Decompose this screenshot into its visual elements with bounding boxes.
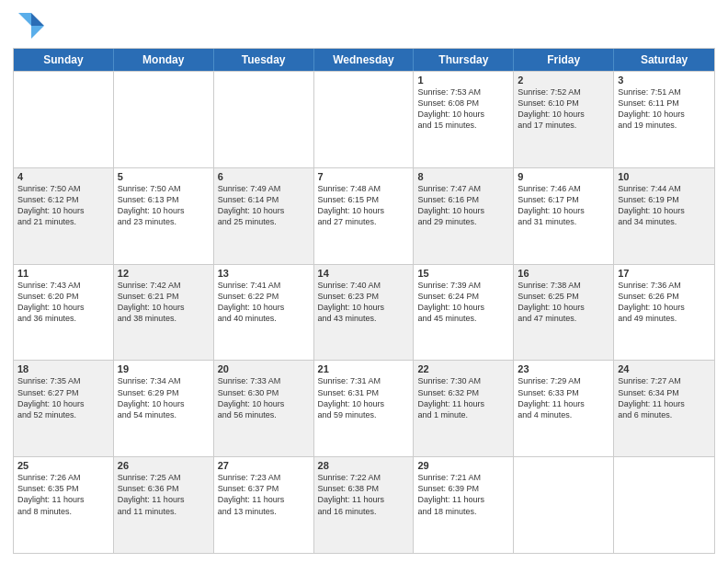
calendar-cell: 5Sunrise: 7:50 AM Sunset: 6:13 PM Daylig… bbox=[114, 168, 214, 264]
cell-text: Sunrise: 7:48 AM Sunset: 6:15 PM Dayligh… bbox=[318, 183, 410, 228]
calendar-cell: 29Sunrise: 7:21 AM Sunset: 6:39 PM Dayli… bbox=[414, 457, 514, 553]
calendar-header-day: Wednesday bbox=[314, 49, 415, 71]
day-number: 16 bbox=[518, 268, 609, 279]
calendar-cell bbox=[214, 72, 314, 167]
day-number: 8 bbox=[417, 171, 509, 182]
calendar-cell: 7Sunrise: 7:48 AM Sunset: 6:15 PM Daylig… bbox=[314, 168, 415, 264]
day-number: 19 bbox=[118, 363, 210, 374]
cell-text: Sunrise: 7:21 AM Sunset: 6:39 PM Dayligh… bbox=[417, 472, 509, 517]
calendar-cell: 19Sunrise: 7:34 AM Sunset: 6:29 PM Dayli… bbox=[114, 361, 214, 456]
calendar-cell: 8Sunrise: 7:47 AM Sunset: 6:16 PM Daylig… bbox=[414, 168, 514, 264]
calendar-row: 11Sunrise: 7:43 AM Sunset: 6:20 PM Dayli… bbox=[14, 264, 714, 361]
calendar-body: 1Sunrise: 7:53 AM Sunset: 6:08 PM Daylig… bbox=[14, 71, 714, 553]
day-number: 9 bbox=[518, 171, 609, 182]
day-number: 10 bbox=[618, 171, 711, 182]
cell-text: Sunrise: 7:42 AM Sunset: 6:21 PM Dayligh… bbox=[118, 280, 210, 325]
calendar-cell: 13Sunrise: 7:41 AM Sunset: 6:22 PM Dayli… bbox=[214, 265, 314, 361]
calendar-row: 25Sunrise: 7:26 AM Sunset: 6:35 PM Dayli… bbox=[14, 456, 714, 553]
day-number: 26 bbox=[118, 460, 210, 471]
day-number: 29 bbox=[417, 460, 509, 471]
day-number: 6 bbox=[218, 171, 310, 182]
calendar-cell: 23Sunrise: 7:29 AM Sunset: 6:33 PM Dayli… bbox=[514, 361, 614, 456]
calendar-cell: 10Sunrise: 7:44 AM Sunset: 6:19 PM Dayli… bbox=[614, 168, 714, 264]
calendar-cell: 2Sunrise: 7:52 AM Sunset: 6:10 PM Daylig… bbox=[514, 72, 614, 167]
cell-text: Sunrise: 7:53 AM Sunset: 6:08 PM Dayligh… bbox=[417, 86, 509, 132]
cell-text: Sunrise: 7:44 AM Sunset: 6:19 PM Dayligh… bbox=[618, 183, 711, 228]
cell-text: Sunrise: 7:38 AM Sunset: 6:25 PM Dayligh… bbox=[518, 280, 609, 325]
calendar-cell: 16Sunrise: 7:38 AM Sunset: 6:25 PM Dayli… bbox=[514, 265, 614, 361]
day-number: 7 bbox=[318, 171, 410, 182]
calendar-cell: 25Sunrise: 7:26 AM Sunset: 6:35 PM Dayli… bbox=[14, 457, 114, 553]
calendar-cell: 28Sunrise: 7:22 AM Sunset: 6:38 PM Dayli… bbox=[314, 457, 415, 553]
logo-icon bbox=[13, 9, 46, 42]
cell-text: Sunrise: 7:34 AM Sunset: 6:29 PM Dayligh… bbox=[118, 375, 210, 420]
day-number: 25 bbox=[17, 460, 109, 471]
calendar-cell: 18Sunrise: 7:35 AM Sunset: 6:27 PM Dayli… bbox=[14, 361, 114, 456]
calendar-cell bbox=[14, 72, 114, 167]
cell-text: Sunrise: 7:52 AM Sunset: 6:10 PM Dayligh… bbox=[518, 86, 609, 132]
cell-text: Sunrise: 7:50 AM Sunset: 6:12 PM Dayligh… bbox=[17, 183, 109, 228]
calendar-cell: 14Sunrise: 7:40 AM Sunset: 6:23 PM Dayli… bbox=[314, 265, 415, 361]
day-number: 1 bbox=[417, 75, 509, 86]
calendar-cell: 12Sunrise: 7:42 AM Sunset: 6:21 PM Dayli… bbox=[114, 265, 214, 361]
cell-text: Sunrise: 7:39 AM Sunset: 6:24 PM Dayligh… bbox=[417, 280, 509, 325]
svg-marker-2 bbox=[18, 13, 31, 26]
day-number: 4 bbox=[17, 171, 109, 182]
calendar-cell: 6Sunrise: 7:49 AM Sunset: 6:14 PM Daylig… bbox=[214, 168, 314, 264]
day-number: 11 bbox=[17, 268, 109, 279]
calendar-cell: 26Sunrise: 7:25 AM Sunset: 6:36 PM Dayli… bbox=[114, 457, 214, 553]
calendar-cell: 17Sunrise: 7:36 AM Sunset: 6:26 PM Dayli… bbox=[614, 265, 714, 361]
calendar-cell: 22Sunrise: 7:30 AM Sunset: 6:32 PM Dayli… bbox=[414, 361, 514, 456]
calendar-cell: 11Sunrise: 7:43 AM Sunset: 6:20 PM Dayli… bbox=[14, 265, 114, 361]
logo bbox=[13, 9, 50, 42]
day-number: 22 bbox=[417, 363, 509, 374]
cell-text: Sunrise: 7:51 AM Sunset: 6:11 PM Dayligh… bbox=[618, 86, 711, 132]
day-number: 13 bbox=[218, 268, 310, 279]
svg-marker-0 bbox=[31, 13, 44, 26]
cell-text: Sunrise: 7:22 AM Sunset: 6:38 PM Dayligh… bbox=[318, 472, 410, 517]
day-number: 24 bbox=[618, 363, 711, 374]
calendar: SundayMondayTuesdayWednesdayThursdayFrid… bbox=[13, 48, 715, 554]
cell-text: Sunrise: 7:43 AM Sunset: 6:20 PM Dayligh… bbox=[17, 280, 109, 325]
day-number: 21 bbox=[318, 363, 410, 374]
calendar-header: SundayMondayTuesdayWednesdayThursdayFrid… bbox=[14, 49, 714, 71]
calendar-row: 4Sunrise: 7:50 AM Sunset: 6:12 PM Daylig… bbox=[14, 167, 714, 264]
cell-text: Sunrise: 7:27 AM Sunset: 6:34 PM Dayligh… bbox=[618, 375, 711, 420]
cell-text: Sunrise: 7:40 AM Sunset: 6:23 PM Dayligh… bbox=[318, 280, 410, 325]
calendar-cell: 9Sunrise: 7:46 AM Sunset: 6:17 PM Daylig… bbox=[514, 168, 614, 264]
day-number: 27 bbox=[218, 460, 310, 471]
cell-text: Sunrise: 7:23 AM Sunset: 6:37 PM Dayligh… bbox=[218, 472, 310, 517]
calendar-cell: 3Sunrise: 7:51 AM Sunset: 6:11 PM Daylig… bbox=[614, 72, 714, 167]
calendar-cell bbox=[114, 72, 214, 167]
day-number: 18 bbox=[17, 363, 109, 374]
day-number: 23 bbox=[518, 363, 609, 374]
calendar-header-day: Thursday bbox=[414, 49, 514, 71]
day-number: 15 bbox=[417, 268, 509, 279]
calendar-header-day: Sunday bbox=[14, 49, 114, 71]
cell-text: Sunrise: 7:41 AM Sunset: 6:22 PM Dayligh… bbox=[218, 280, 310, 325]
cell-text: Sunrise: 7:29 AM Sunset: 6:33 PM Dayligh… bbox=[518, 375, 609, 420]
cell-text: Sunrise: 7:25 AM Sunset: 6:36 PM Dayligh… bbox=[118, 472, 210, 517]
calendar-row: 1Sunrise: 7:53 AM Sunset: 6:08 PM Daylig… bbox=[14, 71, 714, 167]
day-number: 5 bbox=[118, 171, 210, 182]
cell-text: Sunrise: 7:30 AM Sunset: 6:32 PM Dayligh… bbox=[417, 375, 509, 420]
calendar-cell: 20Sunrise: 7:33 AM Sunset: 6:30 PM Dayli… bbox=[214, 361, 314, 456]
day-number: 12 bbox=[118, 268, 210, 279]
calendar-header-day: Friday bbox=[514, 49, 614, 71]
calendar-cell bbox=[614, 457, 714, 553]
calendar-cell: 24Sunrise: 7:27 AM Sunset: 6:34 PM Dayli… bbox=[614, 361, 714, 456]
cell-text: Sunrise: 7:36 AM Sunset: 6:26 PM Dayligh… bbox=[618, 280, 711, 325]
calendar-cell: 15Sunrise: 7:39 AM Sunset: 6:24 PM Dayli… bbox=[414, 265, 514, 361]
cell-text: Sunrise: 7:49 AM Sunset: 6:14 PM Dayligh… bbox=[218, 183, 310, 228]
cell-text: Sunrise: 7:31 AM Sunset: 6:31 PM Dayligh… bbox=[318, 375, 410, 420]
day-number: 3 bbox=[618, 75, 711, 86]
day-number: 2 bbox=[518, 75, 609, 86]
cell-text: Sunrise: 7:33 AM Sunset: 6:30 PM Dayligh… bbox=[218, 375, 310, 420]
day-number: 20 bbox=[218, 363, 310, 374]
calendar-header-day: Saturday bbox=[614, 49, 714, 71]
cell-text: Sunrise: 7:35 AM Sunset: 6:27 PM Dayligh… bbox=[17, 375, 109, 420]
calendar-cell: 27Sunrise: 7:23 AM Sunset: 6:37 PM Dayli… bbox=[214, 457, 314, 553]
calendar-cell bbox=[314, 72, 415, 167]
cell-text: Sunrise: 7:46 AM Sunset: 6:17 PM Dayligh… bbox=[518, 183, 609, 228]
calendar-header-day: Tuesday bbox=[214, 49, 314, 71]
